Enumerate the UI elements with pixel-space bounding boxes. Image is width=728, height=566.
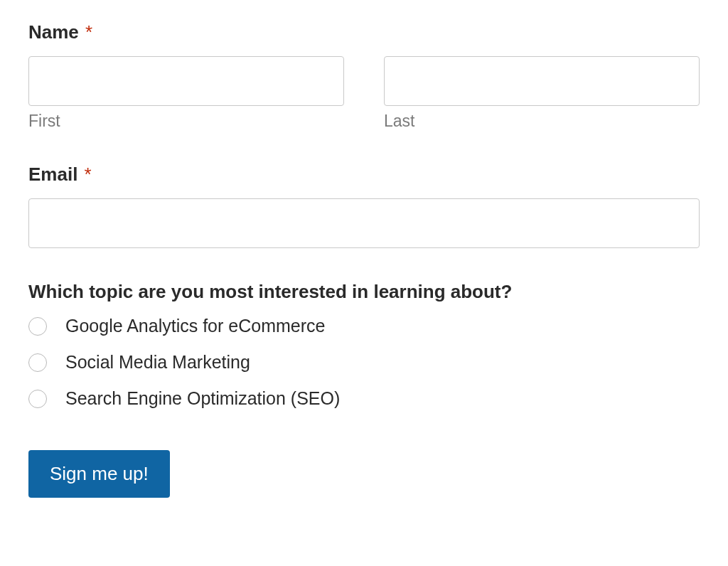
name-label: Name * bbox=[28, 21, 700, 43]
topic-field-group: Which topic are you most interested in l… bbox=[28, 281, 700, 409]
topic-option-label: Google Analytics for eCommerce bbox=[65, 316, 325, 336]
last-name-column: Last bbox=[384, 56, 700, 131]
topic-option-label: Search Engine Optimization (SEO) bbox=[65, 388, 340, 409]
email-label-text: Email bbox=[28, 164, 77, 185]
topic-option-label: Social Media Marketing bbox=[65, 352, 250, 373]
topic-question: Which topic are you most interested in l… bbox=[28, 281, 700, 303]
signup-form: Name * First Last Email * Which topic ar… bbox=[28, 21, 700, 498]
topic-option-seo[interactable]: Search Engine Optimization (SEO) bbox=[28, 388, 700, 409]
submit-row: Sign me up! bbox=[28, 450, 700, 498]
radio-icon bbox=[28, 353, 47, 372]
required-asterisk-icon: * bbox=[85, 21, 92, 43]
first-name-sublabel: First bbox=[28, 112, 344, 131]
submit-button[interactable]: Sign me up! bbox=[28, 450, 170, 498]
name-field-group: Name * First Last bbox=[28, 21, 700, 131]
last-name-sublabel: Last bbox=[384, 112, 700, 131]
last-name-input[interactable] bbox=[384, 56, 700, 106]
topic-option-analytics[interactable]: Google Analytics for eCommerce bbox=[28, 316, 700, 336]
first-name-input[interactable] bbox=[28, 56, 344, 106]
name-label-text: Name bbox=[28, 21, 79, 43]
required-asterisk-icon: * bbox=[85, 164, 92, 185]
email-input[interactable] bbox=[28, 198, 700, 248]
email-field-group: Email * bbox=[28, 164, 700, 248]
email-label: Email * bbox=[28, 164, 700, 186]
name-row: First Last bbox=[28, 56, 700, 131]
radio-icon bbox=[28, 390, 47, 408]
topic-option-social[interactable]: Social Media Marketing bbox=[28, 352, 700, 373]
topic-radio-list: Google Analytics for eCommerce Social Me… bbox=[28, 316, 700, 409]
radio-icon bbox=[28, 317, 47, 336]
first-name-column: First bbox=[28, 56, 344, 131]
